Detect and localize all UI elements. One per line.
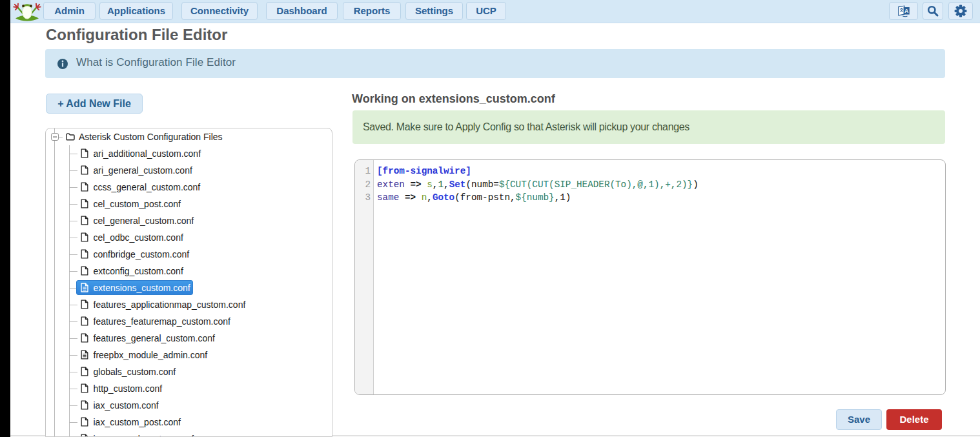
svg-text:A: A: [904, 8, 908, 14]
